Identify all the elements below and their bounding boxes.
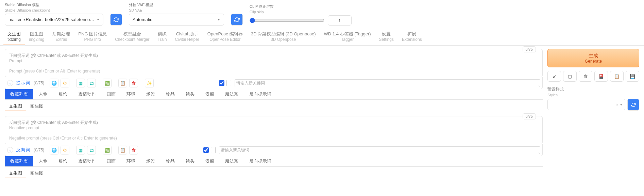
main-tabs: 文生图txt2img图生图img2img后期处理ExtrasPNG 图片信息PN… [0, 29, 644, 46]
chevron-down-icon: ▼ [217, 18, 220, 21]
clipboard-button[interactable]: 📋 [610, 71, 624, 82]
clip-number[interactable] [328, 15, 352, 26]
tab-openpose-editor[interactable]: OpenPose 编辑器OpenPose Editor [203, 29, 247, 45]
category-tab[interactable]: 场景 [141, 89, 160, 99]
subcategory-tab[interactable]: 文生图 [5, 102, 26, 111]
prompt-panel-title: 提示词 [16, 80, 30, 86]
trash-icon[interactable]: 🗑 [129, 79, 138, 87]
card-icon[interactable]: 🗂 [87, 146, 96, 154]
generate-button[interactable]: 生成 Generate [547, 49, 639, 67]
subcategory-tab[interactable]: 图生图 [26, 169, 48, 178]
tab-3d-openpose[interactable]: 3D 骨架模型编辑 (3D Openpose)3D Openpose [247, 29, 320, 45]
category-tab[interactable]: 场景 [141, 156, 160, 166]
collapse-icon[interactable]: ⌄ [538, 150, 541, 154]
refresh-model-button[interactable] [110, 14, 122, 26]
neg-panel-count: (0/75) [34, 148, 44, 152]
tab-txt2img[interactable]: 文生图txt2img [3, 29, 25, 45]
category-tab[interactable]: 汉服 [200, 156, 220, 166]
subcategory-tab[interactable]: 图生图 [26, 102, 48, 111]
category-tab[interactable]: 人物 [33, 89, 53, 99]
category-tab[interactable]: 服饰 [53, 156, 73, 166]
category-tab[interactable]: 反向提示词 [244, 89, 277, 99]
category-tab[interactable]: 魔法系 [220, 156, 244, 166]
collapse-icon[interactable]: ⌄ [538, 83, 541, 87]
save-button[interactable]: 💾 [626, 71, 639, 82]
category-tab[interactable]: 表情动作 [73, 89, 101, 99]
delete-button[interactable]: 🗑 [579, 71, 592, 82]
globe-icon[interactable]: 🌐 [50, 79, 58, 87]
tab-extras[interactable]: 后期处理Extras [48, 29, 74, 45]
trash-icon[interactable]: 🗑 [129, 146, 138, 154]
prompt-panel-count: (0/75) [34, 81, 44, 85]
gear-icon[interactable]: ⚙ [61, 146, 69, 154]
new-keyword-input[interactable]: 请输入新关键词 [235, 79, 540, 87]
subcategory-tab[interactable]: 文生图 [5, 169, 26, 178]
tab-civitai-helper[interactable]: Civitai 助手Civitai Helper [171, 29, 203, 45]
model-label: Stable Diffusion 模型 Stable Diffusion che… [5, 2, 103, 13]
keyword-checkbox[interactable] [219, 80, 224, 86]
arrow-button[interactable]: ↙ [547, 71, 561, 82]
category-tab[interactable]: 服饰 [53, 89, 73, 99]
category-tab[interactable]: 收藏列表 [5, 156, 33, 166]
category-tab[interactable]: 表情动作 [73, 156, 101, 166]
category-tab[interactable]: 镜头 [180, 156, 200, 166]
category-tab[interactable]: 环境 [121, 156, 141, 166]
vae-select[interactable]: Automatic ▼ [129, 14, 224, 26]
category-tab[interactable]: 反向提示词 [244, 156, 277, 166]
category-tab[interactable]: 画面 [101, 156, 121, 166]
tab-settings[interactable]: 设置Settings [375, 29, 398, 45]
category-tab[interactable]: 人物 [33, 156, 53, 166]
card-icon[interactable]: 🗂 [87, 79, 96, 87]
category-tab[interactable]: 环境 [121, 89, 141, 99]
grid-icon[interactable]: ▦ [76, 146, 85, 154]
neg-textarea[interactable]: 反向提示词 (按 Ctrl+Enter 或 Alt+Enter 开始生成) Ne… [5, 116, 543, 144]
neg-panel-title: 反向词 [16, 147, 30, 153]
ai-icon[interactable]: ✨ [145, 79, 154, 87]
expand-prompt-icon[interactable]: ⌄ [7, 80, 13, 86]
vae-label: 外挂 VAE 模型 SD VAE [129, 2, 224, 13]
refresh-styles-button[interactable] [627, 99, 639, 111]
category-tab[interactable]: 物品 [160, 156, 180, 166]
category-tab[interactable]: 镜头 [180, 89, 200, 99]
prompt-textarea[interactable]: 正向提示词 (按 Ctrl+Enter 或 Alt+Enter 开始生成) Pr… [5, 49, 543, 77]
neg-keyword-checkbox[interactable] [203, 147, 209, 153]
tab-train[interactable]: 训练Train [154, 29, 171, 45]
clip-label: CLIP 终止层数 Clip skip [250, 4, 352, 14]
category-tab[interactable]: 汉服 [200, 89, 220, 99]
tab-tagger[interactable]: WD 1.4 标签器 (Tagger)Tagger [320, 29, 375, 45]
category-tab[interactable]: 画面 [101, 89, 121, 99]
category-tab[interactable]: 物品 [160, 89, 180, 99]
globe-icon[interactable]: 🌐 [50, 146, 58, 154]
refresh-vae-button[interactable] [231, 14, 243, 26]
clip-slider[interactable] [250, 18, 324, 23]
tab-checkpoint-merger[interactable]: 模型融合Checkpoint Merger [111, 29, 153, 45]
copy-icon[interactable]: 📋 [118, 79, 127, 87]
styles-label: 预设样式 Styles [547, 86, 639, 97]
chevron-down-icon: ▼ [97, 18, 100, 21]
neg-counter: 0/75 [523, 113, 536, 119]
tab-img2img[interactable]: 图生图img2img [25, 29, 48, 45]
expand-neg-icon[interactable]: ⌄ [7, 147, 13, 153]
card-button[interactable]: 🎴 [594, 71, 608, 82]
styles-select[interactable]: × ▾ [547, 99, 625, 110]
gear-icon[interactable]: ⚙ [61, 79, 69, 87]
neg-keyword-input[interactable]: 请输入新关键词 [219, 146, 540, 154]
clear-button[interactable]: ▢ [563, 71, 577, 82]
model-select[interactable]: majicmixRealistic_betterV2V25.safetensor… [5, 14, 103, 26]
category-tab[interactable]: 收藏列表 [5, 89, 33, 99]
translate-icon[interactable]: 🈯 [103, 79, 112, 87]
tab-png-info[interactable]: PNG 图片信息PNG Info [74, 29, 111, 45]
grid-icon[interactable]: ▦ [76, 79, 85, 87]
tab-extensions[interactable]: 扩展Extensions [398, 29, 426, 45]
translate-icon[interactable]: 🈯 [103, 146, 112, 154]
copy-icon[interactable]: 📋 [118, 146, 127, 154]
prompt-counter: 0/75 [523, 46, 536, 52]
category-tab[interactable]: 魔法系 [220, 89, 244, 99]
